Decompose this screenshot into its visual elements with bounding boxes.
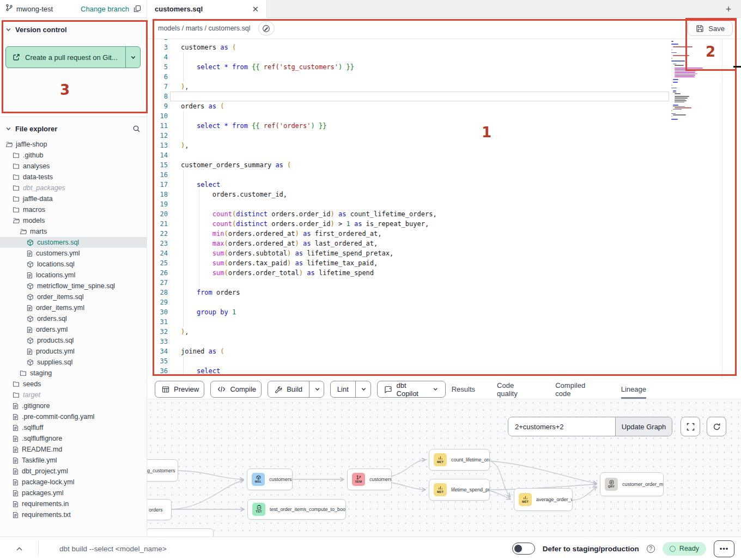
lineage-node-partial[interactable] xyxy=(147,528,214,537)
dbt-copilot-label: dbt Copilot xyxy=(397,381,429,398)
help-icon[interactable]: ? xyxy=(647,545,655,553)
update-graph-button[interactable]: Update Graph xyxy=(615,417,672,436)
file-tree-item-order-items-yml[interactable]: order_items.yml xyxy=(0,302,147,313)
file-tree-item-jaffle-shop[interactable]: jaffle-shop xyxy=(0,139,147,150)
line-number: 18 xyxy=(154,190,168,199)
indent-guide xyxy=(183,131,184,141)
fullscreen-button[interactable] xyxy=(681,417,700,436)
file-tree-item--sqlfluffignore[interactable]: .sqlfluffignore xyxy=(0,433,147,444)
indent-guide xyxy=(199,278,199,288)
build-dropdown-chevron[interactable] xyxy=(309,381,324,397)
panel-tab-compiled-code[interactable]: Compiled code xyxy=(555,380,599,399)
tab-strip: customers.sql ✕ + xyxy=(147,0,741,18)
dbt-copilot-button[interactable]: dbt Copilot xyxy=(377,381,446,398)
file-tree-item-taskfile-yml[interactable]: Taskfile.yml xyxy=(0,455,147,466)
lineage-node-label: stg_customers xyxy=(147,468,175,473)
new-tab-button[interactable]: + xyxy=(721,2,736,16)
command-input[interactable]: dbt build --select <model_name> xyxy=(59,545,167,553)
file-tree-item--github[interactable]: .github xyxy=(0,150,147,161)
panel-tab-results[interactable]: Results xyxy=(452,380,475,399)
code-editor[interactable]: 23customers as (45 select * from {{ ref(… xyxy=(147,18,741,380)
lineage-panel[interactable]: stg_customersordersMDLcustomersTSTtest_o… xyxy=(147,399,741,537)
chevron-up-icon[interactable] xyxy=(0,546,38,551)
file-tree-item-orders-yml[interactable]: orders.yml xyxy=(0,324,147,335)
statusbar-right: Defer to staging/production ? Ready ••• xyxy=(512,540,741,557)
file-tree-item-staging[interactable]: staging xyxy=(0,368,147,379)
folder-icon xyxy=(13,196,20,202)
preview-button[interactable]: Preview xyxy=(155,381,204,398)
indent-guide xyxy=(183,239,184,248)
compile-button[interactable]: Compile xyxy=(210,381,262,398)
file-tree-item-packages-yml[interactable]: packages.yml xyxy=(0,488,147,498)
indent-guide xyxy=(199,229,199,239)
file-tree-item-target[interactable]: target xyxy=(0,389,147,400)
file-tree-item-marts[interactable]: marts xyxy=(0,226,147,237)
line-number: 36 xyxy=(154,366,168,376)
file-tree-item-dbt-packages[interactable]: dbt_packages xyxy=(0,182,147,193)
file-tree-item-products-sql[interactable]: products.sql xyxy=(0,335,147,346)
lint-button[interactable]: Lint xyxy=(330,381,371,398)
pr-dropdown-chevron[interactable] xyxy=(126,47,140,68)
tab-customers-sql[interactable]: customers.sql ✕ xyxy=(147,0,267,18)
file-explorer-header[interactable]: File explorer xyxy=(0,117,147,137)
file-tree-item-models[interactable]: models xyxy=(0,215,147,226)
editor-minimap[interactable] xyxy=(671,41,720,133)
lineage-node-stg-customers[interactable]: stg_customers xyxy=(147,459,178,482)
defer-toggle[interactable] xyxy=(512,543,535,555)
file-tree-label: orders.sql xyxy=(37,315,67,322)
version-control-header[interactable]: Version control xyxy=(0,18,147,38)
lineage-node-average-order-value[interactable]: METaverage_order_value xyxy=(514,488,573,511)
lineage-node-customers[interactable]: SEMcustomers xyxy=(347,468,392,490)
file-tree-item--sqlfluff[interactable]: .sqlfluff xyxy=(0,422,147,433)
lineage-node-lifetime-spend-pretax[interactable]: METlifetime_spend_pretax xyxy=(429,479,490,501)
indent-guide xyxy=(199,268,199,278)
file-tree-item-jaffle-data[interactable]: jaffle-data xyxy=(0,193,147,204)
file-tree-item-macros[interactable]: macros xyxy=(0,204,147,215)
minimap-line xyxy=(671,119,678,120)
file-tree-item--gitignore[interactable]: .gitignore xyxy=(0,400,147,411)
file-tree-item-data-tests[interactable]: data-tests xyxy=(0,172,147,182)
close-icon[interactable]: ✕ xyxy=(252,5,259,13)
lineage-node-customer-order-metrics[interactable]: QRYcustomer_order_metrics xyxy=(600,472,664,496)
panel-tab-code-quality[interactable]: Code quality xyxy=(497,380,533,399)
file-tree-label: requirements.in xyxy=(22,500,69,508)
file-tree-item-package-lock-yml[interactable]: package-lock.yml xyxy=(0,477,147,488)
lineage-node-test-order-items-compute-to-bools-[interactable]: TSTtest_order_items_compute_to_bools... xyxy=(247,499,346,520)
line-number: 34 xyxy=(154,346,168,356)
file-tree-item-orders-sql[interactable]: orders.sql xyxy=(0,313,147,324)
file-tree-item-analyses[interactable]: analyses xyxy=(0,161,147,172)
save-button[interactable]: Save xyxy=(688,21,733,36)
file-tree-item-supplies-sql[interactable]: supplies.sql xyxy=(0,357,147,368)
lineage-node-customers[interactable]: MDLcustomers xyxy=(247,468,293,490)
file-tree-item-requirements-txt[interactable]: requirements.txt xyxy=(0,509,147,520)
file-tree-item-customers-yml[interactable]: customers.yml xyxy=(0,248,147,259)
file-tree-item-requirements-in[interactable]: requirements.in xyxy=(0,498,147,509)
refresh-button[interactable] xyxy=(707,417,726,436)
git-branch-icon xyxy=(5,4,13,14)
lineage-node-orders[interactable]: orders xyxy=(147,499,172,520)
file-tree-item-order-items-sql[interactable]: order_items.sql xyxy=(0,291,147,302)
file-tree-item--pre-commit-config-yaml[interactable]: .pre-commit-config.yaml xyxy=(0,411,147,422)
create-pull-request-main[interactable]: Create a pull request on Git... xyxy=(6,47,126,68)
file-tree-item-readme-md[interactable]: README.md xyxy=(0,444,147,455)
copy-icon[interactable] xyxy=(133,5,141,13)
file-tree-item-dbt-project-yml[interactable]: dbt_project.yml xyxy=(0,466,147,477)
create-pull-request-button[interactable]: Create a pull request on Git... xyxy=(5,46,141,68)
copilot-icon-button[interactable] xyxy=(258,21,275,35)
indent-guide xyxy=(199,219,199,229)
panel-tab-lineage[interactable]: Lineage xyxy=(621,380,646,399)
lint-dropdown-chevron[interactable] xyxy=(355,381,371,397)
lineage-node-count-lifetime-orders[interactable]: METcount_lifetime_orders xyxy=(429,449,490,471)
more-options-button[interactable]: ••• xyxy=(714,540,734,557)
lineage-selector-input[interactable]: 2+customers+2 xyxy=(508,417,615,436)
file-tree-item-metricflow-time-spine-sql[interactable]: metricflow_time_spine.sql xyxy=(0,281,147,291)
change-branch-link[interactable]: Change branch xyxy=(81,5,129,13)
build-button[interactable]: Build xyxy=(268,381,324,398)
search-icon[interactable] xyxy=(132,125,141,133)
file-tree-item-seeds[interactable]: seeds xyxy=(0,379,147,389)
file-tree-item-locations-sql[interactable]: locations.sql xyxy=(0,259,147,270)
file-tree-item-locations-yml[interactable]: locations.yml xyxy=(0,270,147,281)
indent-guide xyxy=(183,72,184,82)
file-tree-item-products-yml[interactable]: products.yml xyxy=(0,346,147,357)
file-tree-item-customers-sql[interactable]: customers.sql xyxy=(0,237,147,248)
